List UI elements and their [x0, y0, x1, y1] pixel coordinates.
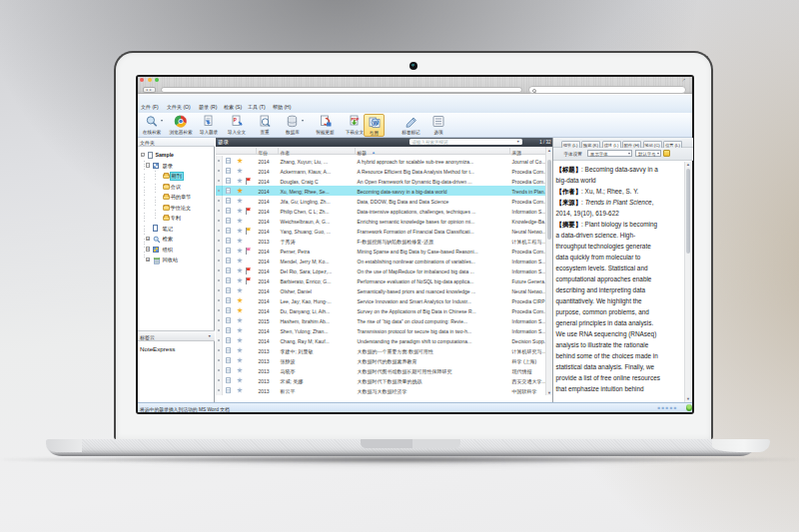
svg-text:W: W — [373, 119, 379, 125]
svg-text:PDF: PDF — [352, 117, 361, 122]
svg-text:P: P — [234, 117, 237, 122]
